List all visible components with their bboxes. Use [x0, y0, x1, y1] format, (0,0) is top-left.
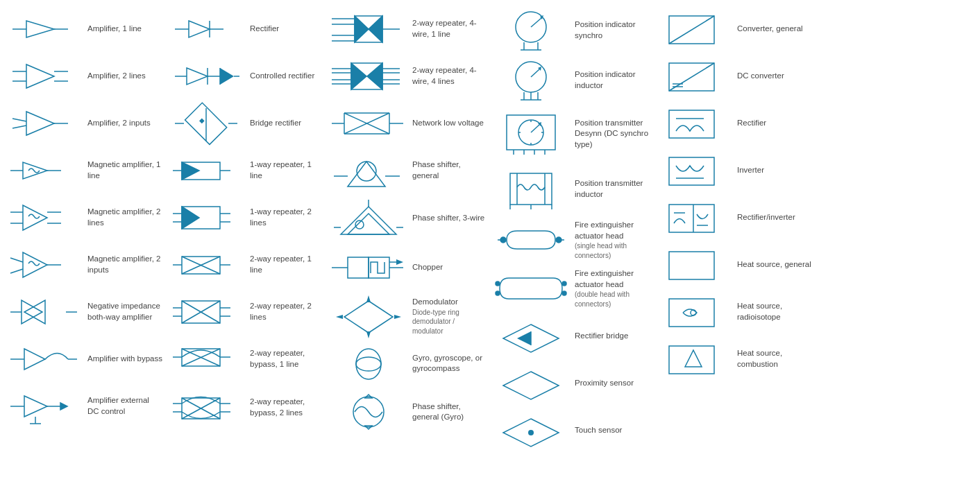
rep1w2l-symbol	[168, 201, 244, 234]
svg-line-18	[10, 258, 23, 262]
svg-rect-122	[369, 257, 389, 278]
svg-marker-35	[189, 21, 210, 37]
svg-rect-199	[669, 346, 714, 374]
svg-rect-188	[669, 110, 714, 138]
list-item: Heat source, radioisotope	[652, 288, 815, 336]
svg-marker-115	[341, 207, 396, 234]
demod-sublabel: Diode-type ring demodulator / modulator	[412, 308, 487, 336]
rep2w2l-symbol	[168, 295, 244, 329]
svg-point-198	[691, 310, 696, 315]
phase3w-symbol	[330, 198, 407, 239]
amp1-label: Amplifier, 1 line	[87, 24, 162, 35]
svg-marker-26	[24, 349, 45, 370]
rect2-label: Rectifier	[737, 118, 812, 129]
rectinv-label: Rectifier/inverter	[737, 212, 812, 223]
list-item: Rectifier	[165, 6, 328, 53]
list-item: 1-way repeater, 2 lines	[165, 194, 328, 241]
ampdc-label: Amplifier external DC control	[87, 395, 162, 417]
rect2-symbol	[655, 105, 732, 143]
svg-marker-127	[344, 301, 393, 333]
netlv-label: Network low voltage	[412, 118, 487, 129]
svg-marker-5	[26, 64, 54, 88]
magamp2-label: Magnetic amplifier, 2 lines	[87, 207, 162, 228]
rectbridge-label: Rectifier bridge	[575, 331, 650, 342]
list-item: ◆ Bridge rectifier	[165, 100, 328, 147]
svg-marker-86	[369, 16, 382, 42]
list-item: Rectifier	[652, 100, 815, 147]
amp2in-label: Amplifier, 2 inputs	[87, 118, 162, 129]
inverter-symbol	[655, 152, 732, 190]
list-item: Fire extinguisher actuator head (double …	[490, 264, 652, 313]
svg-marker-116	[348, 214, 389, 234]
negamp-symbol	[6, 293, 82, 331]
list-item: Amplifier, 2 inputs	[3, 100, 165, 147]
heatgen-symbol	[655, 246, 732, 284]
svg-line-8	[12, 119, 26, 121]
list-item: DC converter	[652, 53, 815, 100]
list-item: Phase shifter, general	[328, 147, 490, 194]
inverter-label: Inverter	[737, 165, 812, 176]
magamp2-symbol	[6, 200, 82, 236]
list-item: 2-way repeater, 4-wire, 4 lines	[328, 53, 490, 100]
svg-marker-113	[348, 162, 385, 187]
rep1w1l-symbol	[168, 157, 244, 184]
svg-marker-177	[517, 331, 531, 345]
proxsensor-label: Proximity sensor	[575, 378, 650, 389]
heatrad-label: Heat source, radioisotope	[737, 301, 812, 322]
svg-marker-131	[366, 331, 371, 338]
list-item: Rectifier bridge	[490, 313, 652, 360]
rep2wbp2-symbol	[168, 387, 244, 429]
rect-label: Rectifier	[250, 24, 325, 35]
bridgerect-symbol: ◆	[168, 105, 244, 143]
list-item: Phase shifter, 3-wire	[328, 194, 490, 243]
list-item: Position transmitter Desynn (DC synchro …	[490, 105, 652, 162]
rep2wbp1-label: 2-way repeater, bypass, 1 line	[250, 348, 325, 370]
rep2wbp1-symbol	[168, 340, 244, 379]
convgen-symbol	[655, 10, 732, 49]
list-item: Phase shifter, general (Gyro)	[328, 387, 490, 437]
netlv-symbol	[330, 106, 407, 141]
phasegyro-symbol	[330, 391, 407, 433]
proxsensor-symbol	[493, 368, 569, 399]
demod-label: Demodulator Diode-type ring demodulator …	[412, 297, 487, 336]
list-item: Position transmitter inductor	[490, 162, 652, 216]
gyro-label: Gyro, gyroscope, or gyrocompass	[412, 353, 487, 374]
fire2-label: Fire extinguisher actuator head (double …	[575, 268, 650, 309]
svg-point-175	[562, 291, 566, 295]
list-item: Amplifier, 2 lines	[3, 53, 165, 100]
svg-rect-190	[669, 157, 714, 185]
ampbypass-symbol	[6, 340, 82, 379]
crect-symbol	[168, 61, 244, 92]
magamp2in-symbol	[6, 247, 82, 283]
heatrad-symbol	[655, 293, 732, 331]
convgen-label: Converter, general	[737, 24, 812, 35]
svg-point-172	[496, 282, 500, 286]
svg-point-174	[562, 282, 566, 286]
svg-marker-33	[60, 403, 67, 410]
list-item: Amplifier with bypass	[3, 336, 165, 383]
phasegyro-label: Phase shifter, general (Gyro)	[412, 401, 487, 423]
svg-rect-121	[348, 257, 369, 278]
main-grid: Amplifier, 1 line Amplifier, 2 lines	[0, 0, 980, 460]
amp2-label: Amplifier, 2 lines	[87, 71, 162, 82]
rep2wbp2-label: 2-way repeater, bypass, 2 lines	[250, 397, 325, 418]
posind-label: Position indicator synchro	[575, 19, 650, 41]
svg-point-133	[356, 357, 381, 371]
list-item: Network low voltage	[328, 100, 490, 147]
amp2in-symbol	[6, 106, 82, 141]
rectbridge-symbol	[493, 321, 569, 352]
fire1-label: Fire extinguisher actuator head (single …	[575, 220, 650, 260]
col-2: Rectifier Controlled rectifier	[165, 6, 328, 454]
magamp2in-label: Magnetic amplifier, 2 inputs	[87, 254, 162, 275]
fire2-symbol	[493, 271, 569, 306]
rep1w1l-label: 1-way repeater, 1 line	[250, 159, 325, 181]
svg-marker-93	[351, 63, 366, 89]
bridgerect-label: Bridge rectifier	[250, 118, 325, 129]
list-item: Magnetic amplifier, 2 inputs	[3, 241, 165, 288]
col-4: Position indicator synchro Position indi…	[490, 6, 652, 454]
col-5: Converter, general DC converter	[652, 6, 815, 454]
heatgen-label: Heat source, general	[737, 259, 812, 270]
svg-rect-197	[669, 299, 714, 327]
amp2-symbol	[6, 59, 82, 94]
list-item: 2-way repeater, 1 line	[165, 241, 328, 288]
